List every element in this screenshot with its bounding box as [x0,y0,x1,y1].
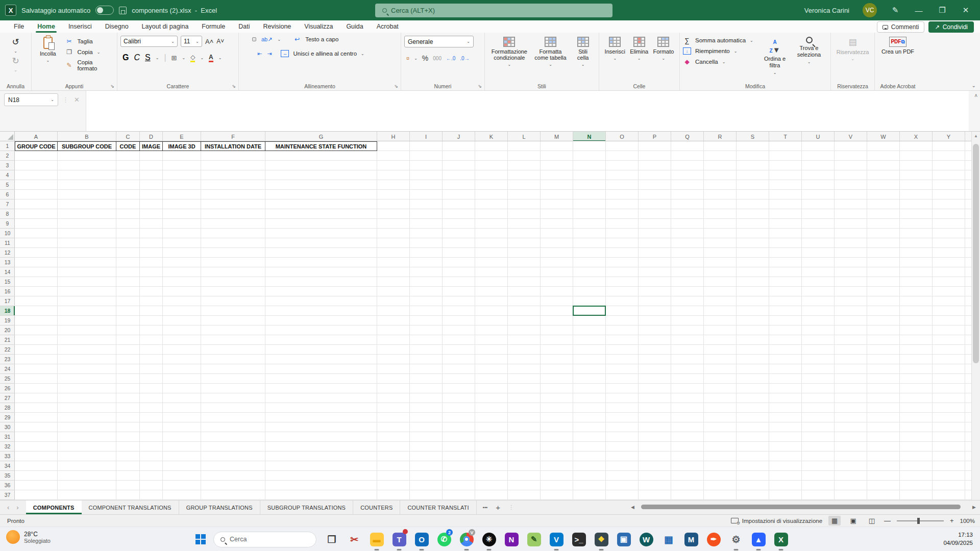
row-header-35[interactable]: 35 [0,471,15,481]
tab-formule[interactable]: Formule [195,20,232,33]
terminal-icon[interactable]: >_ [568,527,590,551]
row-header-11[interactable]: 11 [0,238,15,248]
file-explorer-icon[interactable]: ▬ [365,527,388,551]
row-header-18[interactable]: 18 [0,306,15,316]
tab-dati[interactable]: Dati [232,20,256,33]
display-settings-button[interactable]: Impostazioni di visualizzazione [731,518,822,524]
user-name[interactable]: Veronica Carini [804,7,849,14]
redo-button[interactable]: ↻ ⌄ [3,55,28,73]
merge-center-button[interactable]: ↔ Unisci e allinea al centro⌄ [281,50,364,57]
row-header-16[interactable]: 16 [0,287,15,296]
column-header-P[interactable]: P [639,132,671,141]
row-header-20[interactable]: 20 [0,325,15,335]
column-header-N[interactable]: N [573,132,606,141]
mysql-workbench-icon[interactable]: M [680,527,702,551]
column-header-C[interactable]: C [116,132,140,141]
sheet-tab-counters[interactable]: COUNTERS [353,500,400,514]
maximize-button[interactable]: ❐ [937,6,947,15]
sort-filter-button[interactable]: AZ▼ Ordina e filtra⌄ [758,36,791,76]
header-cell-F1[interactable]: INSTALLATION DATE [201,141,265,151]
column-header-S[interactable]: S [737,132,769,141]
header-cell-D1[interactable]: IMAGE [139,141,163,151]
increase-indent-button[interactable]: ⇥ [267,51,272,57]
row-header-17[interactable]: 17 [0,296,15,306]
column-header-W[interactable]: W [867,132,900,141]
sheet-tab-subgroup-translations[interactable]: SUBGROUP TRANSLATIONS [260,500,353,514]
column-header-D[interactable]: D [140,132,163,141]
autosum-button[interactable]: ∑Somma automatica⌄ [683,37,758,44]
wrap-text-button[interactable]: ↩ Testo a capo [293,36,338,43]
excel-icon[interactable]: X [770,527,792,551]
orientation-button[interactable]: ab↗ [261,36,272,43]
row-header-23[interactable]: 23 [0,355,15,364]
tab-guida[interactable]: Guida [339,20,370,33]
sheet-tab-components[interactable]: COMPONENTS [26,500,82,514]
shrink-font-button[interactable]: A˅ [216,38,224,45]
accounting-format-button[interactable]: ¤ [406,55,409,61]
task-view-icon[interactable]: ❐ [321,527,343,551]
tab-file[interactable]: File [7,20,31,33]
tab-layout-di-pagina[interactable]: Layout di pagina [135,20,195,33]
row-header-8[interactable]: 8 [0,209,15,219]
column-header-I[interactable]: I [410,132,443,141]
increase-decimal-button[interactable]: ←.0 [446,56,455,61]
row-header-2[interactable]: 2 [0,151,15,161]
column-header-A[interactable]: A [15,132,58,141]
column-header-M[interactable]: M [541,132,573,141]
conditional-formatting-button[interactable]: Formattazione condizionale⌄ [488,36,530,68]
cell-styles-button[interactable]: Stili cella⌄ [571,36,595,68]
column-header-J[interactable]: J [443,132,475,141]
scroll-up-icon[interactable]: ▲ [972,132,980,138]
row-headers[interactable]: 1234567891011121314151617181920212223242… [0,141,15,500]
column-header-B[interactable]: B [58,132,116,141]
format-as-table-button[interactable]: Formatta come tabella⌄ [531,36,570,68]
minimize-button[interactable]: — [914,6,924,15]
chrome-icon[interactable]: V [455,527,478,551]
underline-button[interactable]: S [145,53,151,62]
zoom-out-button[interactable]: — [884,517,891,524]
grid-body[interactable]: GROUP CODESUBGROUP CODECODEIMAGEIMAGE 3D… [15,141,971,500]
row-header-14[interactable]: 14 [0,267,15,277]
row-header-27[interactable]: 27 [0,393,15,403]
start-button[interactable] [192,531,209,548]
whatsapp-icon[interactable]: ✆2 [433,527,455,551]
percent-button[interactable]: % [422,54,428,62]
autosave-toggle[interactable] [95,6,114,15]
onenote-icon[interactable]: N [500,527,523,551]
column-header-G[interactable]: G [265,132,377,141]
selected-cell-N18[interactable] [573,306,606,316]
sheet-tab-component-translations[interactable]: COMPONENT TRANSLATIONS [82,500,179,514]
column-header-X[interactable]: X [900,132,933,141]
row-header-31[interactable]: 31 [0,432,15,442]
fill-button[interactable]: ↓Riempimento⌄ [683,47,758,55]
format-cells-button[interactable]: Formato⌄ [651,36,676,62]
row-header-21[interactable]: 21 [0,335,15,345]
header-cell-C1[interactable]: CODE [116,141,140,151]
row-header-34[interactable]: 34 [0,461,15,471]
name-box[interactable]: N18⌄ [4,93,58,106]
chatgpt-icon[interactable]: ✳ [478,527,500,551]
notepad-plus-icon[interactable]: ✎ [523,527,545,551]
row-header-29[interactable]: 29 [0,413,15,422]
row-header-7[interactable]: 7 [0,199,15,209]
row-header-22[interactable]: 22 [0,345,15,355]
pen-icon[interactable]: ✎ [890,6,900,15]
row-header-25[interactable]: 25 [0,374,15,384]
settings-icon[interactable]: ⚙ [725,527,747,551]
row-header-5[interactable]: 5 [0,180,15,190]
column-header-U[interactable]: U [802,132,835,141]
column-header-K[interactable]: K [475,132,508,141]
undo-button[interactable]: ↺ ⌄ [3,36,28,55]
insert-cells-button[interactable]: Inserisci⌄ [603,36,627,62]
cancel-entry-icon[interactable]: ✕ [74,96,80,104]
close-button[interactable]: ✕ [961,6,971,15]
header-cell-A1[interactable]: GROUP CODE [15,141,58,151]
tab-revisione[interactable]: Revisione [256,20,298,33]
weather-widget[interactable]: 28°C Soleggiato [6,530,51,544]
copy-button[interactable]: ❐Copia⌄ [65,48,114,56]
row-header-30[interactable]: 30 [0,422,15,432]
sheet-nav-left-icon[interactable]: ‹ [7,504,9,511]
row-header-26[interactable]: 26 [0,384,15,393]
row-header-4[interactable]: 4 [0,170,15,180]
bold-button[interactable]: G [122,53,129,62]
